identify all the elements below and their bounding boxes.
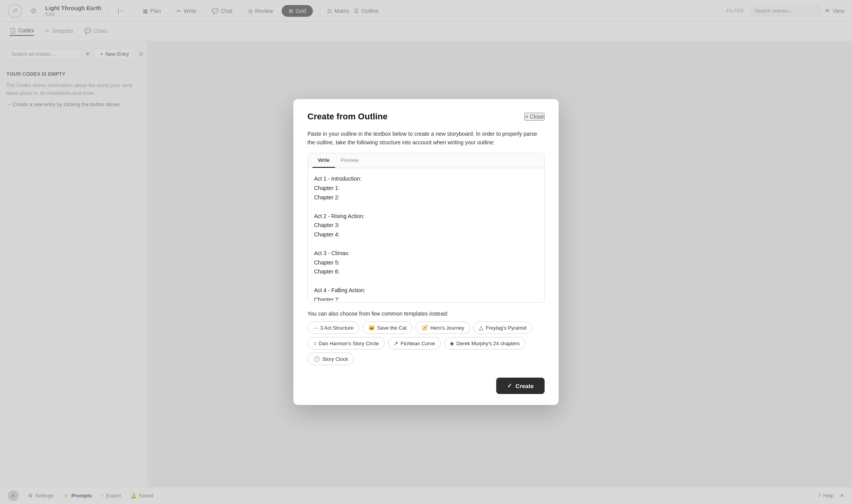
checkmark-icon: ✓ (507, 382, 512, 389)
outline-editor-container: Write Preview Act 1 - Introduction: Chap… (307, 153, 545, 303)
template-fichtean[interactable]: ↗ Fichtean Curve (388, 337, 441, 350)
3act-label: 3 Act Structure (320, 325, 353, 331)
template-freytag[interactable]: △ Freytag's Pyramid (473, 321, 532, 334)
danharmon-icon: ○ (313, 340, 316, 346)
modal-title: Create from Outline (307, 112, 387, 122)
templates-label: You can also choose from few common temp… (307, 311, 545, 317)
modal-header: Create from Outline × Close (307, 112, 545, 122)
create-from-outline-modal: Create from Outline × Close Paste in you… (293, 99, 559, 405)
herosjourney-label: Hero's Journey (430, 325, 464, 331)
savethecat-icon: 🐱 (368, 325, 375, 331)
modal-footer: ✓ Create (307, 378, 545, 394)
template-derekmurphy[interactable]: ◈ Derek Murphy's 24 chapters (444, 337, 525, 350)
editor-tab-preview[interactable]: Preview (335, 153, 364, 168)
write-tab-label: Write (318, 157, 330, 163)
derekmurphy-label: Derek Murphy's 24 chapters (456, 341, 520, 346)
close-icon: × Close (525, 114, 544, 120)
template-storyclock[interactable]: 🕐 Story Clock (307, 353, 354, 365)
templates-row-2: ○ Dan Harmon's Story Circle ↗ Fichtean C… (307, 337, 545, 365)
template-3act[interactable]: ··· 3 Act Structure (307, 321, 359, 334)
editor-tab-write[interactable]: Write (312, 153, 335, 168)
template-herosjourney[interactable]: 🧭 Hero's Journey (415, 321, 470, 334)
template-danharmon[interactable]: ○ Dan Harmon's Story Circle (307, 337, 385, 350)
danharmon-label: Dan Harmon's Story Circle (319, 341, 378, 346)
template-savethecat[interactable]: 🐱 Save the Cat (362, 321, 412, 334)
derekmurphy-icon: ◈ (450, 340, 454, 346)
freytag-label: Freytag's Pyramid (486, 325, 526, 331)
savethecat-label: Save the Cat (377, 325, 406, 331)
fichtean-label: Fichtean Curve (401, 341, 435, 346)
modal-overlay: Create from Outline × Close Paste in you… (0, 0, 852, 504)
outline-textarea[interactable]: Act 1 - Introduction: Chapter 1: Chapter… (308, 168, 544, 301)
create-label: Create (515, 383, 534, 389)
preview-tab-label: Preview (341, 157, 359, 163)
storyclock-label: Story Clock (322, 356, 348, 362)
modal-close-button[interactable]: × Close (524, 113, 545, 121)
freytag-icon: △ (479, 325, 483, 331)
editor-tabs: Write Preview (308, 153, 544, 168)
herosjourney-icon: 🧭 (421, 325, 428, 331)
modal-description: Paste in your outline in the textbox bel… (307, 130, 545, 147)
templates-row-1: ··· 3 Act Structure 🐱 Save the Cat 🧭 Her… (307, 321, 545, 334)
storyclock-icon: 🕐 (313, 356, 320, 362)
fichtean-icon: ↗ (394, 340, 398, 346)
create-button[interactable]: ✓ Create (496, 378, 545, 394)
3act-icon: ··· (313, 325, 318, 331)
